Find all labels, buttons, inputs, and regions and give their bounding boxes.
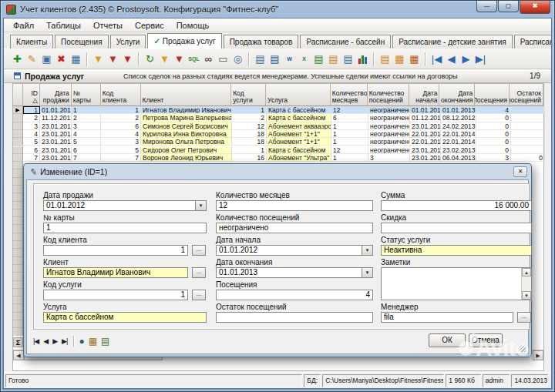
export-html-icon[interactable]: ▤ xyxy=(311,51,326,67)
column-header[interactable]: Количество посещений xyxy=(368,84,409,106)
field-статус-услуги[interactable]: Неактивна xyxy=(381,245,532,256)
lookup-button[interactable]: ... xyxy=(517,312,531,323)
title-bar[interactable]: Учет клиентов (2.435) © Prostoysoft. Кон… xyxy=(3,2,552,17)
chart-icon[interactable] xyxy=(355,51,370,67)
column-header[interactable]: Код клиента xyxy=(101,84,141,106)
filter-clear-icon[interactable]: ▼ xyxy=(120,51,135,67)
sum-icon[interactable]: ▤ xyxy=(378,51,392,67)
table-row[interactable]: 211.12.201222Петрова Марина Валерьевна2К… xyxy=(13,114,545,122)
close-button[interactable]: ✖ xyxy=(520,1,550,14)
field-дата-продажи[interactable]: 01.01.2012 xyxy=(43,200,207,211)
scroll-right-icon[interactable]: ▶ xyxy=(533,350,543,360)
tab-расписание---детские-занятия[interactable]: Расписание - детские занятия xyxy=(392,35,513,49)
table-row[interactable]: 723.01.201377Воронов Леонид Юрьевич16Або… xyxy=(13,154,545,162)
nav-next-icon[interactable]: ▶ xyxy=(459,51,473,67)
history-icon[interactable]: ● xyxy=(79,337,84,346)
record-first-icon[interactable]: |◀ xyxy=(33,337,39,345)
field-заметки[interactable]: ▲▼ xyxy=(381,267,532,300)
export-rtf-icon[interactable]: ▤ xyxy=(253,51,267,67)
lookup-button[interactable]: ... xyxy=(192,245,206,256)
column-header[interactable]: Клиент xyxy=(141,84,232,106)
field-остаток-посещений[interactable] xyxy=(216,312,373,323)
add-record-icon[interactable]: ✚ xyxy=(10,51,25,67)
delete-record-icon[interactable]: ✖ xyxy=(54,51,69,67)
field-скидка[interactable] xyxy=(381,223,532,233)
dropdown-icon[interactable]: ▼ xyxy=(362,245,373,256)
column-header[interactable]: Дата окончания xyxy=(439,84,475,106)
export-pdf-icon[interactable]: ▤ xyxy=(341,51,355,67)
nav-last-icon[interactable]: ▶| xyxy=(473,51,488,67)
field-менеджер[interactable]: fila xyxy=(381,312,513,323)
record-prev-icon[interactable]: ◀ xyxy=(43,337,48,345)
column-header[interactable]: Количество месяцев xyxy=(331,84,368,106)
field-услуга[interactable]: Карта с бассейном xyxy=(43,312,207,323)
tab-посещения[interactable]: Посещения xyxy=(55,35,109,49)
column-header[interactable]: Услуга xyxy=(266,84,331,106)
nav-prev-icon[interactable]: ◀ xyxy=(444,51,459,67)
field-дата-окончания[interactable]: 01.01.2013 xyxy=(216,267,373,278)
maximize-button[interactable]: ▢ xyxy=(498,1,519,12)
field--карты[interactable]: 1 xyxy=(43,223,207,233)
export-doc-icon[interactable]: ▤ xyxy=(267,51,282,67)
lookup-button[interactable]: ... xyxy=(192,290,206,300)
table-row[interactable]: 423.01.201344Курилова Инна Викторовна18А… xyxy=(13,130,545,138)
aggregate-icon[interactable]: ▦ xyxy=(407,51,422,67)
scroll-left-icon[interactable]: ◀ xyxy=(13,350,24,360)
record-last-icon[interactable]: ▶| xyxy=(62,337,67,345)
minimize-button[interactable]: — xyxy=(476,1,497,12)
filter-saved-icon[interactable]: ▼ xyxy=(172,51,187,67)
ok-button[interactable]: ОК xyxy=(429,333,466,347)
field-код-клиента[interactable]: 1 xyxy=(43,245,188,256)
edit-in-table-icon[interactable]: ▦ xyxy=(69,51,83,67)
select-all-cell[interactable] xyxy=(13,84,23,106)
notes-icon[interactable]: ▤ xyxy=(101,337,109,346)
export-word-icon[interactable]: W xyxy=(282,51,297,67)
menu-item-файл[interactable]: Файл xyxy=(7,19,40,32)
table-row[interactable]: 623.01.201365Сидоров Олег Петрович1Карта… xyxy=(13,146,545,154)
column-header[interactable]: Остаток посещений xyxy=(510,84,543,106)
tab-услуги[interactable]: Услуги xyxy=(110,35,146,49)
table-row[interactable]: 323.01.201336Симонов Сергей Борисович12А… xyxy=(13,122,545,130)
menu-item-сервис[interactable]: Сервис xyxy=(129,19,170,32)
tab-расписание---бассейн[interactable]: Расписание - бассейн xyxy=(300,35,391,49)
cancel-button[interactable]: Отмена xyxy=(469,333,503,347)
dropdown-icon[interactable]: ▼ xyxy=(195,200,207,211)
scroll-up-icon[interactable]: ▲ xyxy=(522,268,531,276)
menu-item-таблицы[interactable]: Таблицы xyxy=(40,19,87,32)
field-сумма[interactable]: 16 000.00 xyxy=(381,200,532,211)
scroll-down-icon[interactable]: ▼ xyxy=(522,291,531,300)
menu-item-отчеты[interactable]: Отчеты xyxy=(87,19,129,32)
column-header[interactable]: Дата продажи xyxy=(40,84,72,106)
tab-клиенты[interactable]: Клиенты xyxy=(10,35,53,49)
export-xml-icon[interactable]: ▤ xyxy=(326,51,341,67)
find-icon[interactable]: ∞ xyxy=(201,51,216,67)
filter-add-icon[interactable]: ▼ xyxy=(157,51,172,67)
tab-расписание---единоборства[interactable]: Расписание - единоборства xyxy=(514,35,552,49)
field-код-услуги[interactable]: 1 xyxy=(43,290,188,300)
filter-by-selection-icon[interactable]: ▼ xyxy=(106,51,120,67)
menu-item-помощь[interactable]: Помощь xyxy=(170,19,216,32)
dropdown-icon[interactable]: ▼ xyxy=(362,267,373,278)
resize-grip[interactable] xyxy=(519,344,526,352)
field-посещения[interactable]: 4 xyxy=(216,290,373,300)
field-количество-месяцев[interactable]: 12 xyxy=(216,200,373,211)
tab-продажа-товаров[interactable]: Продажа товаров xyxy=(224,35,299,49)
export-excel-icon[interactable]: X xyxy=(297,51,311,67)
column-header[interactable]: Дата начала xyxy=(409,84,440,106)
column-header[interactable]: ID △ xyxy=(23,84,40,106)
lookup-button[interactable]: ... xyxy=(192,267,206,278)
preview-icon[interactable]: ◎ xyxy=(230,51,245,67)
refresh-icon[interactable]: ↻ xyxy=(143,51,157,67)
table-row[interactable]: ▶101.01.201211Игнатов Владимир Иванович1… xyxy=(13,106,545,114)
column-header[interactable]: Посещения xyxy=(475,84,510,106)
edit-record-icon[interactable]: ✎ xyxy=(25,51,39,67)
field-клиент[interactable]: Игнатов Владимир Иванович xyxy=(43,267,188,278)
column-header[interactable]: Код услуги xyxy=(231,84,266,106)
nav-first-icon[interactable]: |◀ xyxy=(429,51,444,67)
textarea-scrollbar[interactable]: ▲▼ xyxy=(521,268,531,300)
table-row[interactable]: 523.01.201353Миронова Ольга Петровна18Аб… xyxy=(13,138,545,146)
print-icon[interactable]: ▭ xyxy=(216,51,230,67)
tab-продажа-услуг[interactable]: ✓Продажа услуг xyxy=(147,33,221,49)
copy-record-icon[interactable]: ▣ xyxy=(39,51,54,67)
record-next-icon[interactable]: ▶ xyxy=(52,337,57,345)
